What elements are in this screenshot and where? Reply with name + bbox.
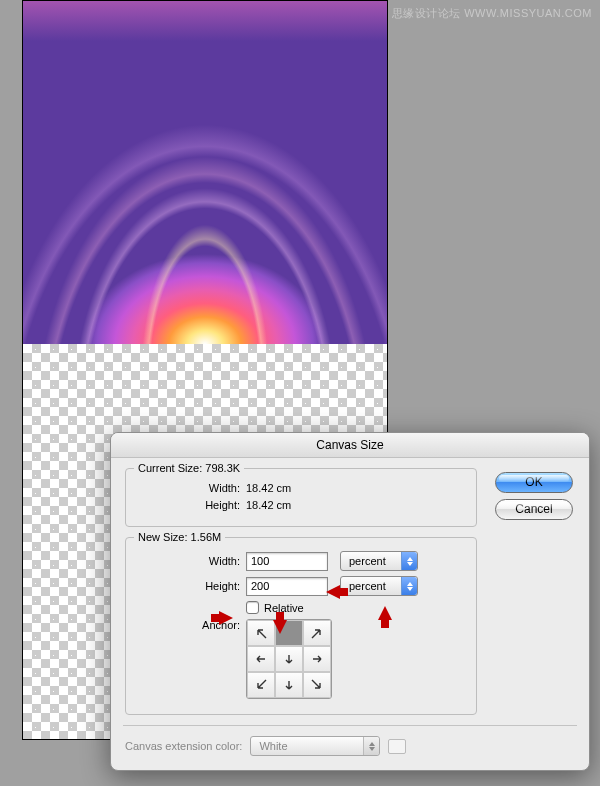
width-unit-select[interactable]: percent <box>340 551 418 571</box>
anchor-cell-mr[interactable] <box>303 646 331 672</box>
current-size-legend: Current Size: 798.3K <box>134 462 244 474</box>
watermark-text: 思缘设计论坛 WWW.MISSYUAN.COM <box>392 6 592 21</box>
anchor-cell-tr[interactable] <box>303 620 331 646</box>
current-height-label: Height: <box>138 499 246 511</box>
stepper-arrows-icon <box>401 552 417 570</box>
anchor-cell-ml[interactable] <box>247 646 275 672</box>
dialog-title: Canvas Size <box>111 433 589 458</box>
new-size-legend: New Size: 1.56M <box>134 531 225 543</box>
current-size-group: Current Size: 798.3K Width: 18.42 cm Hei… <box>125 468 477 527</box>
ok-button[interactable]: OK <box>495 472 573 493</box>
width-input[interactable] <box>246 552 328 571</box>
annotation-arrow-icon <box>378 606 392 620</box>
extension-color-select[interactable]: White <box>250 736 380 756</box>
current-width-label: Width: <box>138 482 246 494</box>
anchor-cell-br[interactable] <box>303 672 331 698</box>
current-width-value: 18.42 cm <box>246 482 291 494</box>
height-input[interactable] <box>246 577 328 596</box>
anchor-cell-mc[interactable] <box>275 646 303 672</box>
anchor-grid[interactable] <box>246 619 332 699</box>
current-height-value: 18.42 cm <box>246 499 291 511</box>
extension-color-value: White <box>259 740 287 752</box>
anchor-cell-bc[interactable] <box>275 672 303 698</box>
width-unit-value: percent <box>349 555 386 567</box>
extension-color-swatch[interactable] <box>388 739 406 754</box>
extension-color-label: Canvas extension color: <box>125 740 242 752</box>
artwork-image <box>23 1 387 344</box>
cancel-button[interactable]: Cancel <box>495 499 573 520</box>
annotation-arrow-icon <box>326 585 340 599</box>
new-height-label: Height: <box>138 580 246 592</box>
canvas-size-dialog: Canvas Size OK Cancel Current Size: 798.… <box>110 432 590 771</box>
new-size-group: New Size: 1.56M Width: percent Height: p… <box>125 537 477 715</box>
stepper-arrows-icon <box>363 737 379 755</box>
stepper-arrows-icon <box>401 577 417 595</box>
height-unit-select[interactable]: percent <box>340 576 418 596</box>
annotation-arrow-icon <box>219 611 233 625</box>
relative-checkbox[interactable] <box>246 601 259 614</box>
anchor-cell-tl[interactable] <box>247 620 275 646</box>
divider <box>123 725 577 726</box>
anchor-cell-bl[interactable] <box>247 672 275 698</box>
height-unit-value: percent <box>349 580 386 592</box>
new-width-label: Width: <box>138 555 246 567</box>
annotation-arrow-icon <box>273 620 287 634</box>
